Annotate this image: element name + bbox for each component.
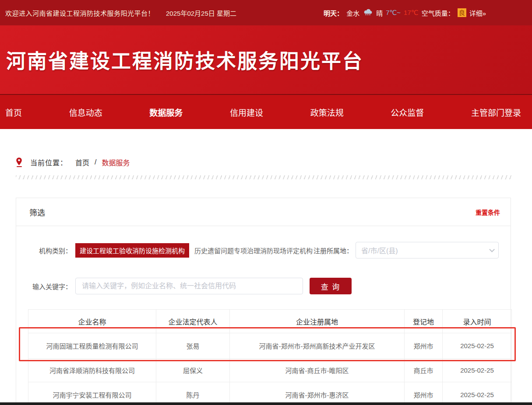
nav-item-3[interactable]: 数据服务 bbox=[149, 106, 183, 118]
column-header: 企业法定代表人 bbox=[156, 310, 230, 333]
table-cell: 河南省-郑州市-惠济区 bbox=[230, 382, 405, 405]
nav-item-6[interactable]: 公众监督 bbox=[391, 106, 424, 118]
filter-title: 筛选 bbox=[29, 206, 45, 218]
date-text: 2025年02月25日 星期二 bbox=[166, 8, 236, 17]
aqi-badge: 良 bbox=[458, 8, 466, 17]
page: 欢迎进入河南省建设工程消防技术服务阳光平台！ 2025年02月25日 星期二 明… bbox=[0, 0, 532, 405]
table-row[interactable]: 河南固瑞工程质量检测有限公司张易河南省-郑州市-郑州高新技术产业开发区郑州市20… bbox=[28, 333, 512, 359]
category-filter-row: 机构类别： 建设工程竣工验收消防设施检测机构历史遗留问题专项治理消防现场评定机构… bbox=[28, 242, 499, 258]
location-pin-icon bbox=[16, 157, 22, 167]
keyword-label: 输入关键字： bbox=[28, 282, 72, 291]
region-select[interactable]: 省/市/区(县) bbox=[356, 242, 499, 258]
filter-card-header: 筛选 重置条件 bbox=[16, 198, 511, 226]
bottom-strip bbox=[0, 402, 532, 405]
cloud-icon bbox=[363, 8, 373, 17]
site-banner: 河南省建设工程消防技术服务阳光平台 bbox=[0, 25, 532, 94]
breadcrumb: 当前位置： 首页 / 数据服务 bbox=[16, 157, 516, 168]
nav-items: 首页信息动态数据服务信用建设政策法规公众监督主管部门登录 bbox=[0, 106, 532, 118]
nav-item-5[interactable]: 政策法规 bbox=[310, 106, 344, 118]
search-button[interactable]: 查 询 bbox=[310, 278, 352, 294]
filter-card: 筛选 重置条件 机构类别： 建设工程竣工验收消防设施检测机构历史遗留问题专项治理… bbox=[16, 198, 511, 405]
chevron-down-icon bbox=[489, 247, 495, 252]
main-nav: 首页信息动态数据服务信用建设政策法规公众监督主管部门登录 bbox=[0, 94, 532, 129]
table-row[interactable]: 河南省泽顺消防科技有限公司屈保义河南省-商丘市-睢阳区商丘市2025-02-25 bbox=[28, 359, 512, 382]
table-cell: 河南省-商丘市-睢阳区 bbox=[230, 359, 405, 382]
table-body: 河南固瑞工程质量检测有限公司张易河南省-郑州市-郑州高新技术产业开发区郑州市20… bbox=[28, 333, 512, 405]
category-options: 建设工程竣工验收消防设施检测机构历史遗留问题专项治理消防现场评定机构 bbox=[72, 243, 314, 258]
table-cell: 河南省泽顺消防科技有限公司 bbox=[28, 359, 156, 382]
weather-detail-link[interactable]: 详细» bbox=[469, 8, 486, 17]
temp-low: 7℃~ bbox=[386, 9, 401, 17]
table-cell: 2025-02-25 bbox=[443, 359, 512, 382]
weather-condition: 晴 bbox=[376, 8, 383, 17]
breadcrumb-home[interactable]: 首页 bbox=[75, 157, 89, 168]
category-option-1[interactable]: 建设工程竣工验收消防设施检测机构 bbox=[75, 243, 189, 258]
welcome-text: 欢迎进入河南省建设工程消防技术服务阳光平台！ bbox=[5, 8, 155, 17]
breadcrumb-current[interactable]: 数据服务 bbox=[102, 157, 130, 168]
keyword-input[interactable] bbox=[75, 278, 303, 294]
weather-tomorrow-label: 明天： bbox=[324, 8, 343, 17]
reset-conditions-link[interactable]: 重置条件 bbox=[476, 208, 500, 216]
aqi-label: 空气质量： bbox=[422, 8, 454, 17]
table-cell: 郑州市 bbox=[405, 333, 443, 359]
nav-item-1[interactable]: 首页 bbox=[5, 106, 22, 118]
table-cell: 屈保义 bbox=[156, 359, 230, 382]
table-cell: 2025-02-25 bbox=[443, 333, 512, 359]
region-filter-group: 注册所属地： 省/市/区(县) bbox=[314, 242, 499, 258]
keyword-filter-row: 输入关键字： 查 询 bbox=[28, 278, 499, 294]
breadcrumb-separator: / bbox=[95, 158, 96, 166]
column-header: 登记地 bbox=[405, 310, 443, 333]
table-cell: 陈丹 bbox=[156, 382, 230, 405]
weather-widget: 明天： 金水 晴 7℃~ 17℃ 空气质量： 良 详细» bbox=[324, 8, 486, 17]
nav-item-2[interactable]: 信息动态 bbox=[69, 106, 102, 118]
weather-district: 金水 bbox=[346, 8, 359, 17]
results-table: 企业名称企业法定代表人企业注册属地登记地录入时间 河南固瑞工程质量检测有限公司张… bbox=[28, 309, 512, 405]
table-cell: 郑州市 bbox=[405, 382, 443, 405]
filter-card-body: 机构类别： 建设工程竣工验收消防设施检测机构历史遗留问题专项治理消防现场评定机构… bbox=[16, 226, 511, 405]
slash-divider bbox=[16, 175, 513, 179]
column-header: 企业注册属地 bbox=[230, 310, 405, 333]
topbar: 欢迎进入河南省建设工程消防技术服务阳光平台！ 2025年02月25日 星期二 明… bbox=[0, 0, 532, 25]
column-header: 企业名称 bbox=[28, 310, 156, 333]
table-row[interactable]: 河南宇宁安装工程有限公司陈丹河南省-郑州市-惠济区郑州市2025-02-25 bbox=[28, 382, 512, 405]
results-table-wrap: 企业名称企业法定代表人企业注册属地登记地录入时间 河南固瑞工程质量检测有限公司张… bbox=[28, 309, 499, 405]
table-cell: 河南省-郑州市-郑州高新技术产业开发区 bbox=[230, 333, 405, 359]
site-title: 河南省建设工程消防技术服务阳光平台 bbox=[0, 45, 363, 74]
temp-high: 17℃ bbox=[404, 9, 419, 17]
category-label: 机构类别： bbox=[28, 246, 72, 255]
nav-item-4[interactable]: 信用建设 bbox=[230, 106, 263, 118]
table-cell: 商丘市 bbox=[405, 359, 443, 382]
breadcrumb-label: 当前位置： bbox=[30, 157, 67, 168]
table-cell: 河南固瑞工程质量检测有限公司 bbox=[28, 333, 156, 359]
table-cell: 2025-02-25 bbox=[443, 382, 512, 405]
region-label: 注册所属地： bbox=[314, 246, 353, 255]
table-header-row: 企业名称企业法定代表人企业注册属地登记地录入时间 bbox=[28, 310, 512, 333]
table-cell: 河南宇宁安装工程有限公司 bbox=[28, 382, 156, 405]
region-select-placeholder: 省/市/区(县) bbox=[361, 245, 398, 255]
table-cell: 张易 bbox=[156, 333, 230, 359]
category-option-2[interactable]: 历史遗留问题专项治理消防现场评定机构 bbox=[194, 243, 314, 258]
column-header: 录入时间 bbox=[443, 310, 512, 333]
nav-item-7[interactable]: 主管部门登录 bbox=[471, 106, 521, 118]
